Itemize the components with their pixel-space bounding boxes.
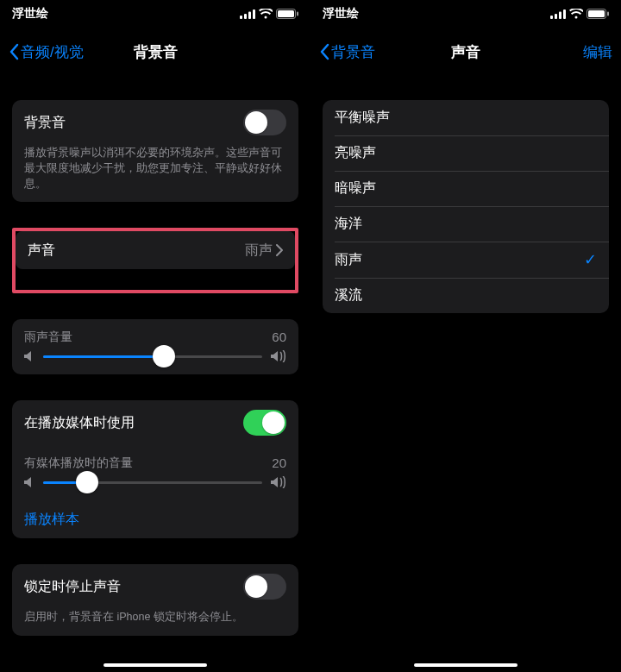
- media-use-toggle[interactable]: [243, 410, 286, 436]
- lock-label: 锁定时停止声音: [24, 578, 121, 596]
- media-vol-slider-row[interactable]: [12, 471, 298, 500]
- sound-option[interactable]: 暗噪声: [323, 171, 609, 206]
- home-indicator[interactable]: [414, 663, 518, 667]
- vol-slider-row[interactable]: [12, 345, 298, 374]
- sound-option-label: 溪流: [335, 286, 362, 305]
- play-sample-link: 播放样本: [24, 511, 79, 529]
- lock-toggle[interactable]: [243, 574, 286, 600]
- sound-option[interactable]: 雨声✓: [323, 242, 609, 278]
- sound-options-list: 平衡噪声亮噪声暗噪声海洋雨声✓溪流: [323, 100, 609, 313]
- media-use-label: 在播放媒体时使用: [24, 414, 135, 432]
- svg-rect-12: [588, 10, 605, 17]
- media-vol-label: 有媒体播放时的音量: [24, 455, 133, 471]
- row-play-sample[interactable]: 播放样本: [12, 500, 298, 538]
- nav-edit-button[interactable]: 编辑: [583, 42, 612, 62]
- sound-option-label: 暗噪声: [335, 179, 376, 198]
- status-time-or-app: 浮世绘: [12, 6, 48, 22]
- signal-icon: [550, 9, 566, 19]
- sound-option-label: 平衡噪声: [335, 109, 390, 127]
- sound-option-label: 雨声: [335, 251, 362, 269]
- status-bar: 浮世绘: [0, 0, 310, 24]
- sound-value: 雨声: [245, 242, 273, 260]
- content: 背景音 播放背景噪声以消弭不必要的环境杂声。这些声音可最大限度地减少干扰，助您更…: [0, 91, 310, 670]
- sound-option[interactable]: 溪流: [323, 278, 609, 313]
- battery-icon: [586, 9, 609, 19]
- svg-rect-6: [297, 12, 298, 16]
- row-media-use[interactable]: 在播放媒体时使用: [12, 400, 298, 445]
- lock-desc: 启用时，背景音在 iPhone 锁定时将会停止。: [12, 609, 298, 635]
- signal-icon: [240, 9, 255, 19]
- media-vol-value: 20: [272, 455, 286, 471]
- svg-rect-7: [550, 16, 553, 19]
- row-lock-toggle[interactable]: 锁定时停止声音: [12, 564, 298, 609]
- sound-row-highlight: 声音 雨声: [12, 228, 298, 293]
- wifi-icon: [259, 9, 273, 19]
- svg-rect-3: [253, 9, 255, 19]
- bg-desc: 播放背景噪声以消弭不必要的环境杂声。这些声音可最大限度地减少干扰，助您更加专注、…: [12, 145, 298, 202]
- svg-rect-0: [240, 16, 242, 19]
- sound-option[interactable]: 亮噪声: [323, 135, 609, 171]
- nav-bar: 背景音 声音 编辑: [310, 33, 621, 71]
- volume-low-icon: [24, 350, 34, 362]
- status-time-or-app: 浮世绘: [323, 6, 359, 22]
- vol-value: 60: [272, 330, 286, 345]
- battery-icon: [276, 9, 298, 19]
- check-icon: ✓: [584, 250, 597, 269]
- bg-toggle[interactable]: [243, 110, 286, 135]
- vol-slider[interactable]: [43, 355, 262, 358]
- status-icons: [550, 9, 609, 19]
- home-indicator[interactable]: [104, 663, 207, 667]
- svg-rect-1: [244, 14, 247, 19]
- bg-toggle-label: 背景音: [24, 114, 66, 132]
- sound-label: 声音: [28, 242, 55, 260]
- nav-back-label: 背景音: [331, 42, 375, 62]
- status-icons: [240, 9, 298, 19]
- row-bg-toggle[interactable]: 背景音: [12, 100, 298, 145]
- media-vol-slider[interactable]: [43, 481, 262, 484]
- status-bar: 浮世绘: [310, 0, 621, 24]
- nav-bar: 音频/视觉 背景音: [0, 33, 310, 71]
- sound-option-label: 海洋: [335, 215, 362, 233]
- sound-option[interactable]: 海洋: [323, 206, 609, 242]
- sound-option-label: 亮噪声: [335, 144, 376, 162]
- content: 平衡噪声亮噪声暗噪声海洋雨声✓溪流: [310, 91, 621, 348]
- svg-rect-9: [559, 11, 561, 19]
- nav-back-label: 音频/视觉: [21, 42, 84, 62]
- wifi-icon: [569, 9, 583, 19]
- nav-back-button[interactable]: 音频/视觉: [9, 42, 84, 62]
- svg-rect-5: [278, 10, 294, 17]
- group-background-sound: 背景音 播放背景噪声以消弭不必要的环境杂声。这些声音可最大限度地减少干扰，助您更…: [12, 100, 298, 202]
- svg-rect-8: [555, 14, 557, 19]
- group-media-use: 在播放媒体时使用 有媒体播放时的音量 20 播放样本: [12, 400, 298, 538]
- group-volume: 雨声音量 60: [12, 319, 298, 374]
- volume-low-icon: [24, 476, 34, 488]
- chevron-left-icon: [9, 43, 19, 60]
- volume-high-icon: [271, 350, 286, 362]
- svg-rect-10: [563, 9, 566, 19]
- phone-right: 浮世绘 背景音 声音 编辑 平衡噪声亮噪声暗噪声海洋雨声✓溪流: [310, 0, 621, 672]
- vol-label: 雨声音量: [24, 330, 72, 345]
- row-sound[interactable]: 声音 雨声: [16, 231, 295, 269]
- volume-high-icon: [271, 476, 286, 488]
- chevron-right-icon: [276, 244, 283, 256]
- phone-left: 浮世绘 音频/视觉 背景音 背景音 播放背景噪声以消弭不必要的环境杂声。这些声音…: [0, 0, 310, 672]
- nav-back-button[interactable]: 背景音: [319, 42, 375, 62]
- sound-option[interactable]: 平衡噪声: [323, 100, 609, 135]
- group-lock: 锁定时停止声音 启用时，背景音在 iPhone 锁定时将会停止。: [12, 564, 298, 635]
- svg-rect-13: [607, 12, 609, 16]
- chevron-left-icon: [319, 43, 329, 60]
- svg-rect-2: [248, 11, 251, 19]
